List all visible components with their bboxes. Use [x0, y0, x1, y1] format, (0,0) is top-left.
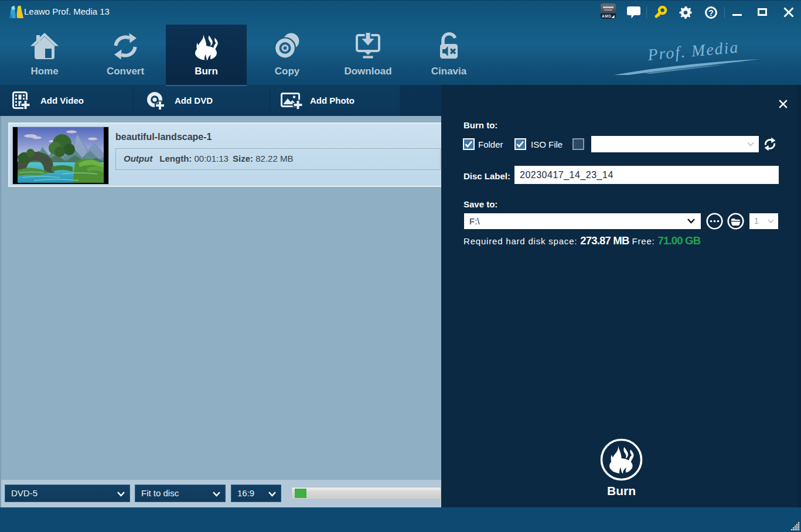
svg-text:Prof. Media: Prof. Media [646, 37, 739, 64]
svg-text:?: ? [708, 8, 714, 18]
